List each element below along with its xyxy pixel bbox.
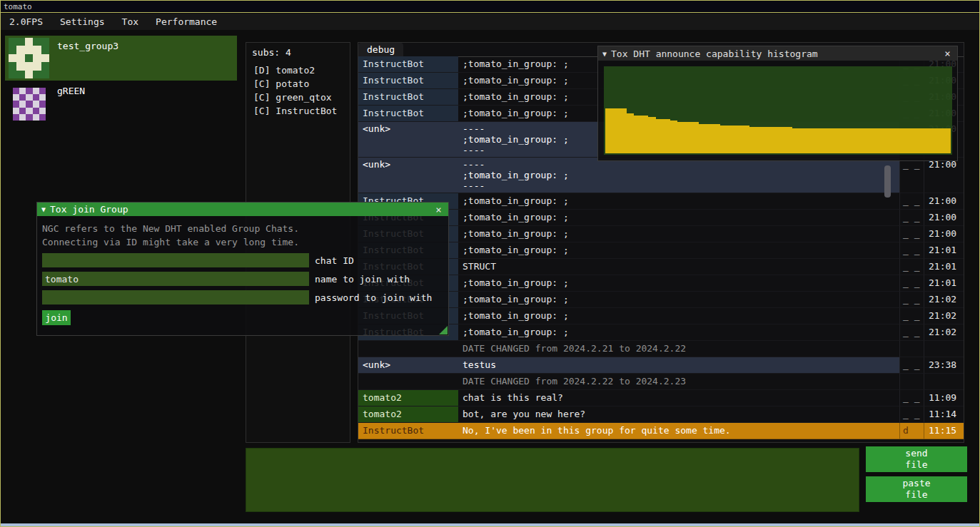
chat-scrollbar-thumb[interactable] xyxy=(884,165,891,198)
message-timestamp: 11:09 xyxy=(924,390,964,406)
message-timestamp: 21:02 xyxy=(924,324,964,341)
histogram-bar xyxy=(807,128,814,153)
chat-message-row[interactable]: InstructBot ;tomato_in_group: ; _ _ 21:0… xyxy=(358,210,964,226)
message-timestamp: 21:00 xyxy=(924,210,964,226)
message-status-flags: _ _ xyxy=(899,193,924,210)
group-avatar xyxy=(13,88,46,121)
chat-id-input[interactable] xyxy=(42,253,309,267)
histogram-bar xyxy=(692,122,699,153)
send-file-button[interactable]: send file xyxy=(866,446,967,472)
join-info-line: Connecting via ID might take a very long… xyxy=(42,235,443,249)
message-input[interactable] xyxy=(246,448,859,512)
subscriber-item[interactable]: [D] tomato2 xyxy=(246,63,350,77)
join-name-label: name to join with xyxy=(315,274,410,285)
resize-grip[interactable] xyxy=(439,326,448,334)
histogram-bar xyxy=(828,128,835,153)
app-window: tomato 2.0FPS Settings Tox Performance t… xyxy=(0,0,980,527)
message-status-flags: d xyxy=(899,423,924,439)
chat-message-row[interactable]: InstructBot ;tomato_in_group: ; _ _ 21:0… xyxy=(358,275,964,292)
message-status-flags xyxy=(899,341,924,357)
collapse-arrow-icon[interactable]: ▼ xyxy=(41,205,46,213)
message-status-flags: _ _ xyxy=(899,292,924,308)
close-icon[interactable]: × xyxy=(942,48,953,59)
sidebar-item-green[interactable]: gREEN xyxy=(5,84,237,123)
chat-message-row[interactable]: InstructBot No, I've been in this group … xyxy=(358,423,964,439)
message-sender: <unk> xyxy=(358,122,458,158)
chat-message-row[interactable]: InstructBot ;tomato_in_group: ; _ _ 21:0… xyxy=(358,292,964,308)
message-sender: tomato2 xyxy=(358,406,458,423)
chat-message-row[interactable]: InstructBot ;tomato_in_group: ; _ _ 21:0… xyxy=(358,242,964,259)
histogram-bar xyxy=(685,122,692,153)
message-timestamp: 21:00 xyxy=(924,158,964,193)
message-timestamp xyxy=(924,341,964,357)
sidebar-item-test-group3[interactable]: test_group3 xyxy=(5,36,237,81)
menu-item-settings[interactable]: Settings xyxy=(51,14,113,29)
paste-file-button[interactable]: paste file xyxy=(866,476,967,502)
join-group-window: ▼ Tox join Group × NGC refers to the New… xyxy=(36,202,449,336)
subscriber-item[interactable]: [C] green_qtox xyxy=(246,91,350,104)
join-password-label: password to join with xyxy=(315,292,432,303)
message-text: DATE CHANGED from 2024.2.22 to 2024.2.23 xyxy=(458,374,899,390)
join-password-input[interactable] xyxy=(42,290,309,305)
sidebar-item-label: gREEN xyxy=(57,86,85,96)
chat-message-row[interactable]: DATE CHANGED from 2024.2.21 to 2024.2.22 xyxy=(358,341,964,357)
histogram-window: ▼ Tox DHT announce capability histogram … xyxy=(597,46,958,161)
message-sender: <unk> xyxy=(358,158,458,193)
join-window-title: Tox join Group xyxy=(50,204,429,215)
chat-message-row[interactable]: InstructBot ;tomato_in_group: ; _ _ 21:0… xyxy=(358,308,964,324)
histogram-bar xyxy=(699,124,706,153)
histogram-bar xyxy=(734,126,742,153)
message-sender xyxy=(358,374,458,390)
histogram-bar xyxy=(627,113,634,153)
message-status-flags: _ _ xyxy=(899,357,924,374)
menu-item-tox[interactable]: Tox xyxy=(113,14,147,29)
message-timestamp: 21:01 xyxy=(924,275,964,292)
histogram-bar xyxy=(886,128,893,153)
chat-message-row[interactable]: InstructBot ;tomato_in_group: ; _ _ 21:0… xyxy=(358,226,964,242)
chat-message-row[interactable]: <unk> testus _ _ 23:38 xyxy=(358,357,964,374)
tab-debug[interactable]: debug xyxy=(358,43,403,56)
group-avatar xyxy=(9,38,49,78)
histogram-bar xyxy=(814,128,821,153)
chat-message-row[interactable]: InstructBot ;tomato_in_group: ; _ _ 21:0… xyxy=(358,324,964,341)
menu-item-performance[interactable]: Performance xyxy=(147,14,226,29)
join-info-line: NGC refers to the New DHT enabled Group … xyxy=(42,222,443,235)
histogram-bar xyxy=(879,128,886,153)
message-timestamp: 21:00 xyxy=(924,226,964,242)
message-status-flags xyxy=(899,374,924,390)
join-button[interactable]: join xyxy=(42,310,71,325)
message-text: ;tomato_in_group: ; xyxy=(458,292,899,308)
histogram-bar xyxy=(929,128,936,153)
histogram-bar xyxy=(612,108,620,153)
histogram-bar xyxy=(605,108,612,153)
chat-message-row[interactable]: InstructBot STRUCT _ _ 21:01 xyxy=(358,259,964,275)
message-status-flags: _ _ xyxy=(899,406,924,423)
collapse-arrow-icon[interactable]: ▼ xyxy=(602,50,607,58)
subs-header: subs: 4 xyxy=(246,43,350,63)
message-text: ;tomato_in_group: ; xyxy=(458,324,899,341)
subscriber-item[interactable]: [C] potato xyxy=(246,77,350,91)
histogram-bar xyxy=(713,124,720,153)
subscriber-item[interactable]: [C] InstructBot xyxy=(246,104,350,118)
histogram-bar xyxy=(857,128,864,153)
message-text: ;tomato_in_group: ; xyxy=(458,275,899,292)
close-icon[interactable]: × xyxy=(433,204,444,215)
histogram-bar xyxy=(706,124,713,153)
chat-message-row[interactable]: tomato2 chat is this real? _ _ 11:09 xyxy=(358,390,964,406)
message-status-flags: _ _ xyxy=(899,158,924,193)
chat-message-row[interactable]: <unk> ---- ;tomato_in_group: ; ---- _ _ … xyxy=(358,158,964,193)
chat-message-row[interactable]: DATE CHANGED from 2024.2.22 to 2024.2.23 xyxy=(358,374,964,390)
message-timestamp: 21:02 xyxy=(924,292,964,308)
message-text: ;tomato_in_group: ; xyxy=(458,308,899,324)
histogram-bar xyxy=(792,128,799,153)
chat-message-row[interactable]: tomato2 bot, are you new here? _ _ 11:14 xyxy=(358,406,964,423)
histogram-window-title: Tox DHT announce capability histogram xyxy=(611,48,938,59)
bottom-border-strip xyxy=(1,523,979,526)
message-text: ;tomato_in_group: ; xyxy=(458,210,899,226)
plot-area[interactable] xyxy=(604,66,952,155)
join-name-input[interactable] xyxy=(42,272,309,286)
menu-item-fps[interactable]: 2.0FPS xyxy=(1,14,51,29)
chat-message-row[interactable]: InstructBot ;tomato_in_group: ; _ _ 21:0… xyxy=(358,193,964,210)
histogram-bar xyxy=(843,128,850,153)
chat-id-label: chat ID xyxy=(315,255,354,266)
